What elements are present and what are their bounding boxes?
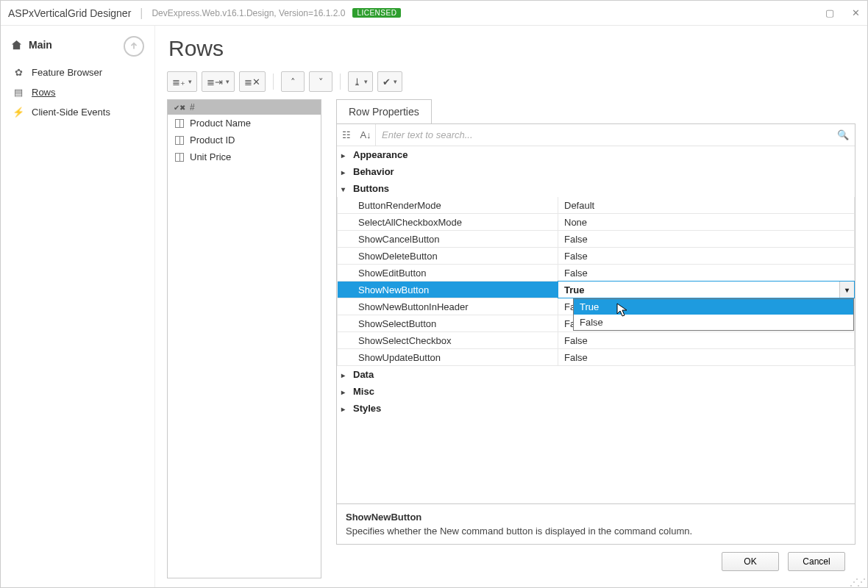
home-icon bbox=[11, 40, 23, 51]
property-key: ShowCancelButton bbox=[338, 231, 558, 247]
maximize-icon[interactable]: ▢ bbox=[825, 7, 834, 18]
row-list-item[interactable]: Product ID bbox=[168, 132, 321, 148]
rows-listbox[interactable]: ✔✖ # Product Name Product ID Unit Price bbox=[167, 99, 321, 578]
category-data[interactable]: ▸Data bbox=[337, 366, 855, 383]
property-value[interactable]: False bbox=[558, 265, 854, 281]
rows-toolbar: ≣₊▾ ≣⇥▾ ≣✕ ˄ ˅ ⤓▾ ✔▾ bbox=[167, 71, 855, 92]
cancel-button[interactable]: Cancel bbox=[788, 552, 845, 571]
app-title: ASPxVerticalGrid Designer bbox=[8, 7, 131, 19]
category-appearance[interactable]: ▸Appearance bbox=[337, 146, 855, 163]
property-key: ShowEditButton bbox=[338, 265, 558, 281]
search-input[interactable] bbox=[382, 129, 837, 140]
sidebar: Main ✿ Feature Browser ▤ Rows ⚡ Client-S… bbox=[1, 26, 155, 587]
sidebar-item-client-events[interactable]: ⚡ Client-Side Events bbox=[11, 102, 144, 122]
retrieve-fields-button[interactable]: ⤓▾ bbox=[348, 71, 373, 92]
nav-up-button[interactable] bbox=[124, 36, 144, 57]
dropdown-option[interactable]: False bbox=[574, 315, 853, 330]
description-title: ShowNewButton bbox=[346, 512, 846, 523]
rows-icon: ▤ bbox=[13, 87, 24, 98]
property-search[interactable]: 🔍 bbox=[375, 124, 855, 146]
category-buttons[interactable]: ▾Buttons bbox=[337, 180, 855, 197]
property-key: ShowDeleteButton bbox=[338, 248, 558, 264]
alphabetical-view-button[interactable]: A↓ bbox=[356, 126, 375, 145]
description-text: Specifies whether the New command button… bbox=[346, 526, 846, 537]
sidebar-main-label: Main bbox=[29, 39, 52, 51]
license-badge: LICENSED bbox=[352, 8, 401, 18]
categorized-view-button[interactable]: ☷ bbox=[337, 126, 356, 145]
row-list-item[interactable]: Unit Price bbox=[168, 148, 321, 165]
category-styles[interactable]: ▸Styles bbox=[337, 400, 855, 417]
property-value[interactable]: False bbox=[558, 332, 854, 348]
property-grid: ☷ A↓ 🔍 ▸Appearance ▸Behavior ▾Buttons bbox=[336, 123, 855, 545]
property-row[interactable]: ButtonRenderModeDefault bbox=[337, 197, 855, 214]
insert-row-button[interactable]: ≣⇥▾ bbox=[202, 71, 235, 92]
search-icon[interactable]: 🔍 bbox=[837, 129, 849, 140]
bolt-icon: ⚡ bbox=[13, 107, 24, 118]
sidebar-item-label: Client-Side Events bbox=[32, 107, 110, 118]
property-row[interactable]: ShowSelectCheckboxFalse bbox=[337, 332, 855, 349]
column-icon bbox=[175, 119, 184, 128]
property-row[interactable]: ShowNewButtonTrue▾ bbox=[337, 282, 855, 298]
column-icon bbox=[175, 136, 184, 145]
property-key: ShowNewButtonInHeader bbox=[338, 298, 558, 315]
command-row-icon: ✔✖ bbox=[174, 104, 185, 112]
property-value[interactable]: None bbox=[558, 214, 854, 230]
property-row[interactable]: ShowCancelButtonFalse bbox=[337, 231, 855, 248]
dropdown-option[interactable]: True bbox=[574, 299, 853, 315]
property-row[interactable]: SelectAllCheckboxModeNone bbox=[337, 214, 855, 231]
property-key: ButtonRenderMode bbox=[338, 197, 558, 213]
toolbar-separator bbox=[340, 74, 341, 90]
rows-list-header[interactable]: ✔✖ # bbox=[168, 100, 321, 115]
column-icon bbox=[175, 153, 184, 162]
property-row[interactable]: ShowUpdateButtonFalse bbox=[337, 349, 855, 366]
property-panel: Row Properties ☷ A↓ 🔍 ▸Appearan bbox=[336, 99, 855, 578]
property-value[interactable]: False bbox=[558, 349, 854, 365]
move-down-button[interactable]: ˅ bbox=[309, 71, 332, 92]
cursor-icon bbox=[616, 303, 628, 318]
value-dropdown[interactable]: TrueFalse bbox=[573, 298, 854, 331]
property-key: ShowSelectCheckbox bbox=[338, 332, 558, 348]
property-key: ShowNewButton bbox=[338, 282, 558, 298]
sidebar-item-feature-browser[interactable]: ✿ Feature Browser bbox=[11, 62, 144, 82]
sidebar-item-label: Feature Browser bbox=[32, 67, 102, 78]
property-key: ShowUpdateButton bbox=[338, 349, 558, 365]
main-area: Rows ≣₊▾ ≣⇥▾ ≣✕ ˄ ˅ ⤓▾ ✔▾ ✔✖ # bbox=[155, 26, 867, 587]
row-list-item[interactable]: Product Name bbox=[168, 115, 321, 132]
property-description: ShowNewButton Specifies whether the New … bbox=[337, 503, 855, 544]
property-value[interactable]: True▾ bbox=[558, 281, 855, 298]
category-behavior[interactable]: ▸Behavior bbox=[337, 163, 855, 180]
version-text: DevExpress.Web.v16.1.Design, Version=16.… bbox=[152, 8, 345, 18]
ok-button[interactable]: OK bbox=[722, 552, 779, 571]
property-value[interactable]: False bbox=[558, 248, 854, 264]
autofill-button[interactable]: ✔▾ bbox=[377, 71, 402, 92]
row-list-item-label: Product ID bbox=[190, 135, 235, 146]
titlebar: ASPxVerticalGrid Designer | DevExpress.W… bbox=[1, 1, 867, 26]
property-key: ShowSelectButton bbox=[338, 315, 558, 331]
property-value[interactable]: Default bbox=[558, 197, 854, 213]
row-list-item-label: Unit Price bbox=[190, 151, 231, 162]
property-row[interactable]: ShowDeleteButtonFalse bbox=[337, 248, 855, 265]
toolbar-separator bbox=[273, 74, 274, 90]
sidebar-item-label: Rows bbox=[32, 87, 56, 98]
dropdown-toggle[interactable]: ▾ bbox=[839, 282, 854, 298]
property-row[interactable]: ShowEditButtonFalse bbox=[337, 265, 855, 282]
add-row-button[interactable]: ≣₊▾ bbox=[167, 71, 197, 92]
page-title: Rows bbox=[168, 36, 854, 61]
titlebar-separator: | bbox=[140, 7, 143, 20]
sidebar-item-rows[interactable]: ▤ Rows bbox=[11, 82, 144, 102]
close-icon[interactable]: ✕ bbox=[852, 7, 860, 18]
property-key: SelectAllCheckboxMode bbox=[338, 214, 558, 230]
resize-grip[interactable]: ⋰⋰ bbox=[850, 580, 864, 584]
remove-row-button[interactable]: ≣✕ bbox=[239, 71, 266, 92]
gear-icon: ✿ bbox=[13, 67, 24, 78]
rows-list-header-text: # bbox=[190, 102, 195, 112]
property-value[interactable]: False bbox=[558, 231, 854, 247]
move-up-button[interactable]: ˄ bbox=[281, 71, 305, 92]
row-list-item-label: Product Name bbox=[190, 118, 251, 129]
tab-row-properties[interactable]: Row Properties bbox=[336, 99, 432, 123]
category-misc[interactable]: ▸Misc bbox=[337, 383, 855, 400]
designer-window: ASPxVerticalGrid Designer | DevExpress.W… bbox=[0, 0, 868, 588]
